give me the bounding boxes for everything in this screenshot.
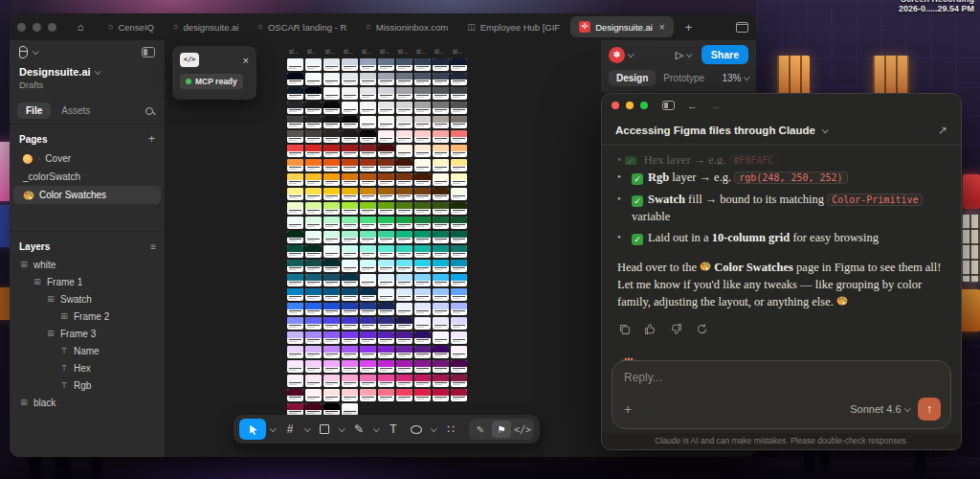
swatch-card[interactable] — [323, 231, 340, 243]
swatch-card[interactable] — [433, 73, 449, 85]
swatch-card[interactable] — [378, 202, 394, 215]
sidebar-page-item[interactable]: ·Cover — [13, 149, 161, 168]
swatch-card[interactable] — [323, 389, 340, 401]
swatch-card[interactable] — [414, 317, 431, 330]
figma-file-tab[interactable]: ◫Employee Hub [GIF — [458, 16, 568, 37]
swatch-card[interactable] — [305, 360, 322, 373]
swatch-card[interactable] — [305, 317, 322, 330]
swatch-card[interactable] — [360, 346, 376, 358]
swatch-card[interactable] — [360, 130, 376, 143]
swatch-card[interactable] — [378, 303, 394, 315]
swatch-card[interactable] — [360, 375, 376, 387]
swatch-card[interactable] — [287, 317, 303, 330]
swatch-card[interactable] — [305, 231, 322, 243]
swatch-card[interactable] — [323, 116, 340, 128]
swatch-card[interactable] — [360, 260, 376, 272]
avatar[interactable]: ✽ — [609, 47, 625, 63]
frame-tool-button[interactable]: # — [279, 419, 301, 440]
swatch-card[interactable] — [323, 360, 340, 373]
swatch-card[interactable] — [323, 346, 340, 358]
swatch-card[interactable] — [433, 145, 449, 157]
swatch-card[interactable] — [305, 375, 322, 387]
swatch-card[interactable] — [342, 331, 358, 344]
swatch-card[interactable] — [433, 245, 449, 258]
swatch-card[interactable] — [451, 346, 467, 358]
swatch-card[interactable] — [360, 173, 376, 186]
swatch-card[interactable] — [305, 145, 322, 157]
swatch-card[interactable] — [378, 87, 394, 100]
swatch-card[interactable] — [323, 245, 340, 258]
swatch-card[interactable] — [342, 145, 358, 157]
swatch-card[interactable] — [342, 87, 358, 100]
window-zoom-button[interactable] — [48, 23, 56, 32]
swatch-card[interactable] — [451, 116, 467, 128]
swatch-card[interactable] — [451, 58, 467, 71]
swatch-card[interactable] — [451, 274, 467, 286]
swatch-card[interactable] — [305, 274, 322, 286]
swatch-card[interactable] — [396, 159, 412, 171]
swatch-card[interactable] — [378, 317, 394, 330]
swatch-card[interactable] — [451, 245, 467, 258]
figma-file-tab[interactable]: ○OSCAR landing - R — [249, 16, 355, 37]
swatch-card[interactable] — [433, 260, 449, 272]
swatch-card[interactable] — [342, 346, 358, 358]
swatch-card[interactable] — [342, 303, 358, 315]
swatch-card[interactable] — [342, 58, 358, 71]
swatch-card[interactable] — [451, 260, 467, 272]
code-mode-icon[interactable]: </> — [513, 421, 532, 438]
swatch-card[interactable] — [323, 317, 340, 330]
swatch-card[interactable] — [287, 102, 303, 114]
swatch-card[interactable] — [451, 73, 467, 85]
swatch-card[interactable] — [396, 145, 412, 157]
swatch-card[interactable] — [287, 331, 303, 344]
swatch-card[interactable] — [287, 159, 303, 171]
swatch-card[interactable] — [396, 231, 412, 243]
swatch-card[interactable] — [378, 274, 394, 286]
swatch-card[interactable] — [433, 202, 449, 215]
swatch-card[interactable] — [287, 245, 303, 258]
swatch-card[interactable] — [396, 274, 412, 286]
window-close-button[interactable] — [612, 102, 619, 109]
swatch-card[interactable] — [323, 145, 340, 157]
chevron-down-icon[interactable] — [686, 51, 692, 57]
attach-plus-icon[interactable]: + — [624, 401, 632, 417]
swatch-card[interactable] — [396, 87, 412, 100]
swatch-card[interactable] — [433, 389, 449, 401]
tab-assets[interactable]: Assets — [55, 103, 97, 119]
swatch-card[interactable] — [414, 116, 431, 128]
swatch-card[interactable] — [451, 303, 467, 315]
swatch-card[interactable] — [396, 102, 412, 114]
swatch-card[interactable] — [360, 245, 376, 258]
window-zoom-button[interactable] — [640, 102, 648, 109]
swatch-card[interactable] — [305, 331, 322, 344]
swatch-card[interactable] — [396, 173, 412, 186]
swatch-card[interactable] — [305, 73, 322, 85]
swatch-card[interactable] — [414, 274, 431, 286]
text-tool-button[interactable]: T — [383, 419, 404, 440]
swatch-card[interactable] — [433, 346, 449, 358]
swatch-card[interactable] — [323, 58, 340, 71]
window-minimize-button[interactable] — [33, 23, 41, 32]
chevron-down-icon[interactable] — [628, 51, 634, 57]
swatch-card[interactable] — [396, 217, 412, 229]
swatch-card[interactable] — [360, 188, 376, 200]
chevron-down-icon[interactable] — [429, 419, 438, 440]
swatch-card[interactable] — [287, 389, 303, 401]
swatch-card[interactable] — [414, 145, 431, 157]
swatch-card[interactable] — [323, 288, 340, 301]
swatch-card[interactable] — [414, 188, 431, 200]
swatch-card[interactable] — [451, 331, 467, 344]
swatch-card[interactable] — [287, 217, 303, 229]
layer-list-options-icon[interactable]: ≡ — [150, 241, 155, 252]
swatch-card[interactable] — [433, 58, 449, 71]
swatch-card[interactable] — [451, 389, 467, 401]
swatch-card[interactable] — [414, 130, 431, 143]
swatch-card[interactable] — [433, 159, 449, 171]
swatch-card[interactable] — [323, 188, 340, 200]
swatch-card[interactable] — [360, 159, 376, 171]
swatch-card[interactable] — [378, 145, 394, 157]
swatch-card[interactable] — [305, 159, 322, 171]
swatch-card[interactable] — [396, 360, 412, 373]
swatch-card[interactable] — [451, 145, 467, 157]
layer-item[interactable]: ⊞Frame 3 — [10, 325, 165, 342]
